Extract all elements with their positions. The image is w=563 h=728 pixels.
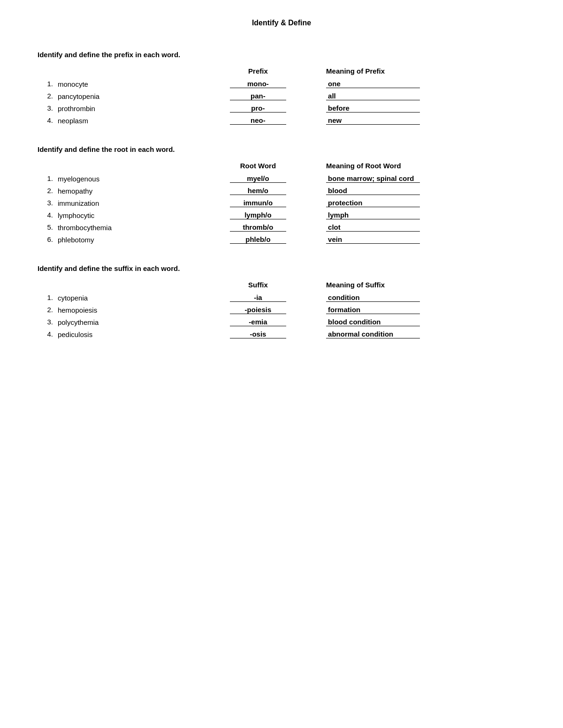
table-row: 2. pancytopenia pan- all xyxy=(38,90,525,102)
section-suffix: Identify and define the suffix in each w… xyxy=(38,264,525,340)
row-number: 4. xyxy=(38,114,56,127)
table-row: 2. hemopoiesis -poiesis formation xyxy=(38,304,525,316)
prefix-value: neo- xyxy=(199,114,317,127)
row-number: 4. xyxy=(38,209,56,221)
word-cell: hemopathy xyxy=(56,185,199,197)
prefix-meaning: all xyxy=(317,90,525,102)
section2-instruction: Identify and define the root in each wor… xyxy=(38,145,525,153)
root-meaning: lymph xyxy=(317,209,525,221)
root-value: immun/o xyxy=(199,197,317,209)
table-row: 4. neoplasm neo- new xyxy=(38,114,525,127)
table-row: 4. pediculosis -osis abnormal condition xyxy=(38,328,525,340)
root-value: hem/o xyxy=(199,185,317,197)
suffix-meaning-col-header: Meaning of Suffix xyxy=(317,281,525,292)
suffix-col-header: Suffix xyxy=(199,281,317,292)
table-row: 1. cytopenia -ia condition xyxy=(38,292,525,304)
root-value: lymph/o xyxy=(199,209,317,221)
table-row: 3. prothrombin pro- before xyxy=(38,102,525,114)
row-number: 2. xyxy=(38,304,56,316)
word-cell: prothrombin xyxy=(56,102,199,114)
root-meaning: blood xyxy=(317,185,525,197)
section1-instruction: Identify and define the prefix in each w… xyxy=(38,51,525,59)
table-row: 1. monocyte mono- one xyxy=(38,78,525,90)
prefix-col-header: Prefix xyxy=(199,67,317,78)
root-meaning: protection xyxy=(317,197,525,209)
row-number: 3. xyxy=(38,102,56,114)
prefix-value: pan- xyxy=(199,90,317,102)
root-value: phleb/o xyxy=(199,233,317,246)
suffix-meaning: formation xyxy=(317,304,525,316)
prefix-meaning: one xyxy=(317,78,525,90)
section-prefix: Identify and define the prefix in each w… xyxy=(38,51,525,127)
word-cell: thrombocythemia xyxy=(56,221,199,233)
table-row: 3. immunization immun/o protection xyxy=(38,197,525,209)
word-cell: neoplasm xyxy=(56,114,199,127)
row-number: 3. xyxy=(38,316,56,328)
row-number: 2. xyxy=(38,185,56,197)
root-meaning-col-header: Meaning of Root Word xyxy=(317,162,525,173)
table-row: 4. lymphocytic lymph/o lymph xyxy=(38,209,525,221)
root-meaning: vein xyxy=(317,233,525,246)
root-value: thromb/o xyxy=(199,221,317,233)
row-number: 6. xyxy=(38,233,56,246)
word-cell: lymphocytic xyxy=(56,209,199,221)
prefix-meaning: before xyxy=(317,102,525,114)
prefix-meaning-col-header: Meaning of Prefix xyxy=(317,67,525,78)
section3-instruction: Identify and define the suffix in each w… xyxy=(38,264,525,272)
row-number: 1. xyxy=(38,292,56,304)
root-value: myel/o xyxy=(199,173,317,185)
suffix-table: Suffix Meaning of Suffix 1. cytopenia -i… xyxy=(38,281,525,340)
row-number: 5. xyxy=(38,221,56,233)
prefix-value: mono- xyxy=(199,78,317,90)
suffix-meaning: condition xyxy=(317,292,525,304)
table-row: 6. phlebotomy phleb/o vein xyxy=(38,233,525,246)
section-root: Identify and define the root in each wor… xyxy=(38,145,525,246)
table-row: 1. myelogenous myel/o bone marrow; spina… xyxy=(38,173,525,185)
word-cell: cytopenia xyxy=(56,292,199,304)
word-cell: hemopoiesis xyxy=(56,304,199,316)
root-table: Root Word Meaning of Root Word 1. myelog… xyxy=(38,162,525,246)
suffix-value: -emia xyxy=(199,316,317,328)
word-cell: polycythemia xyxy=(56,316,199,328)
root-meaning: clot xyxy=(317,221,525,233)
word-cell: pediculosis xyxy=(56,328,199,340)
word-cell: immunization xyxy=(56,197,199,209)
word-cell: pancytopenia xyxy=(56,90,199,102)
page-title: Identify & Define xyxy=(38,19,525,27)
table-row: 5. thrombocythemia thromb/o clot xyxy=(38,221,525,233)
prefix-value: pro- xyxy=(199,102,317,114)
table-row: 3. polycythemia -emia blood condition xyxy=(38,316,525,328)
suffix-value: -ia xyxy=(199,292,317,304)
row-number: 1. xyxy=(38,173,56,185)
row-number: 4. xyxy=(38,328,56,340)
suffix-meaning: blood condition xyxy=(317,316,525,328)
suffix-meaning: abnormal condition xyxy=(317,328,525,340)
root-col-header: Root Word xyxy=(199,162,317,173)
row-number: 1. xyxy=(38,78,56,90)
prefix-meaning: new xyxy=(317,114,525,127)
word-cell: myelogenous xyxy=(56,173,199,185)
row-number: 3. xyxy=(38,197,56,209)
suffix-value: -poiesis xyxy=(199,304,317,316)
suffix-value: -osis xyxy=(199,328,317,340)
row-number: 2. xyxy=(38,90,56,102)
root-meaning: bone marrow; spinal cord xyxy=(317,173,525,185)
table-row: 2. hemopathy hem/o blood xyxy=(38,185,525,197)
prefix-table: Prefix Meaning of Prefix 1. monocyte mon… xyxy=(38,67,525,127)
word-cell: monocyte xyxy=(56,78,199,90)
word-cell: phlebotomy xyxy=(56,233,199,246)
